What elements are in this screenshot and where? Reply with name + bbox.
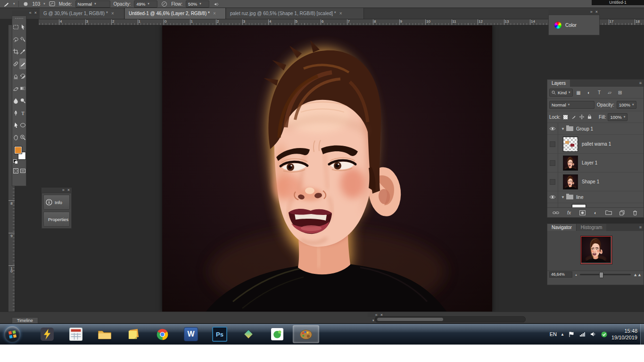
filter-adjustment-layers-icon[interactable]: ◐ xyxy=(585,89,594,97)
tool-history-brush[interactable] xyxy=(19,71,26,82)
tool-brush-selected[interactable] xyxy=(19,58,26,69)
filter-type-layers-icon[interactable]: T xyxy=(595,89,604,97)
brush-panel-toggle-icon[interactable] xyxy=(49,1,56,7)
foreground-color-swatch[interactable] xyxy=(14,146,22,154)
visibility-empty-well[interactable] xyxy=(547,135,558,153)
close-panel-icon[interactable]: × xyxy=(595,9,598,15)
layer-name[interactable]: pallet warna 1 xyxy=(582,141,611,147)
panel-menu-icon[interactable]: ≡ xyxy=(639,80,642,87)
zoom-in-mountain-icon[interactable]: ▲▲ xyxy=(633,272,642,277)
layer-row-group-line[interactable]: ▼ line xyxy=(547,191,644,203)
action-center-flag-icon[interactable] xyxy=(568,331,575,338)
close-panel-icon[interactable]: × xyxy=(34,10,37,16)
layer-name[interactable]: line xyxy=(576,195,584,200)
layer-opacity-dropdown[interactable]: 100% xyxy=(617,101,636,109)
disclosure-triangle-icon[interactable]: ▼ xyxy=(561,127,565,131)
navigator-proxy-preview[interactable] xyxy=(581,236,612,264)
brush-tip-icon[interactable] xyxy=(22,1,29,7)
tool-clone-stamp[interactable] xyxy=(12,71,19,82)
screen-mode-icon[interactable] xyxy=(19,165,26,176)
scrollbar-thumb[interactable] xyxy=(377,318,443,321)
document-tab-2-active[interactable]: Untitled-1 @ 46,6% (Layer 2, RGB/8) *× xyxy=(125,8,226,19)
tool-eraser[interactable] xyxy=(12,83,19,94)
layer-row-layer-1[interactable]: Layer 1 xyxy=(547,154,644,173)
canvas-area[interactable] xyxy=(162,25,492,312)
tool-spot-healing-brush[interactable] xyxy=(12,58,19,69)
visibility-empty-well[interactable] xyxy=(547,154,558,172)
tool-path-selection[interactable] xyxy=(12,120,19,131)
tool-rectangular-marquee[interactable] xyxy=(12,22,19,33)
tab-layers[interactable]: Layers xyxy=(547,80,570,87)
layer-name[interactable]: Shape 1 xyxy=(582,179,599,184)
new-group-icon[interactable] xyxy=(605,209,612,216)
layer-thumbnail[interactable] xyxy=(563,137,578,152)
language-indicator[interactable]: EN xyxy=(550,331,557,337)
blend-mode-dropdown[interactable]: Normal xyxy=(549,101,594,109)
tool-pen[interactable] xyxy=(12,107,19,118)
panel-menu-icon[interactable]: ≡ xyxy=(639,224,642,231)
link-layers-icon[interactable] xyxy=(552,209,560,216)
lock-all-icon[interactable] xyxy=(586,114,593,120)
delete-layer-trash-icon[interactable] xyxy=(631,209,639,216)
sticky-notes-icon[interactable] xyxy=(120,325,147,343)
zoom-slider-handle[interactable] xyxy=(599,272,603,278)
layer-style-fx-icon[interactable]: fx xyxy=(565,209,573,216)
add-layer-mask-icon[interactable] xyxy=(578,209,586,216)
panel-grip[interactable] xyxy=(15,17,23,20)
chrome-icon[interactable] xyxy=(149,325,175,343)
layer-row-shape-1[interactable]: Shape 1 xyxy=(547,173,644,191)
tab-histogram[interactable]: Histogram xyxy=(576,224,607,231)
lock-position-icon[interactable] xyxy=(578,114,585,120)
diamond-app-icon[interactable] xyxy=(235,325,262,343)
tool-horizontal-type[interactable]: T xyxy=(19,107,26,118)
layer-name[interactable]: Layer 1 xyxy=(582,160,597,165)
tool-move[interactable] xyxy=(19,22,26,33)
tool-ellipse[interactable] xyxy=(19,120,26,131)
calculator-icon[interactable] xyxy=(63,325,89,343)
filter-smart-objects-icon[interactable]: ⊞ xyxy=(616,89,625,97)
layer-row-group-1[interactable]: ▼ Group 1 xyxy=(547,123,644,135)
lock-pixels-icon[interactable] xyxy=(570,114,577,120)
close-panel-icon[interactable]: × xyxy=(67,188,70,193)
navigator-zoom-slider[interactable] xyxy=(580,274,631,275)
filter-pixel-layers-icon[interactable]: ▦ xyxy=(574,89,583,97)
visibility-empty-well[interactable] xyxy=(547,173,558,191)
layer-thumbnail[interactable] xyxy=(563,156,578,171)
tool-dodge[interactable] xyxy=(19,95,26,106)
volume-icon[interactable] xyxy=(590,331,597,338)
current-tool-brush-icon[interactable] xyxy=(3,1,10,7)
canvas-artwork-portrait[interactable] xyxy=(162,25,492,312)
network-icon[interactable] xyxy=(579,331,586,338)
layer-fill-dropdown[interactable]: 100% xyxy=(608,113,627,121)
layer-thumbnail[interactable] xyxy=(563,174,578,189)
tool-hand[interactable] xyxy=(12,132,19,143)
visibility-eye-icon[interactable] xyxy=(547,191,558,203)
taskbar-clock[interactable]: 15:48 19/10/2019 xyxy=(611,328,637,341)
document-tab-3[interactable]: palet ruz.jpg @ 60,5% (Shape 1, RGB/8) [… xyxy=(226,8,364,19)
show-desktop-button[interactable] xyxy=(640,324,644,345)
tool-gradient[interactable] xyxy=(19,83,26,94)
tool-blur[interactable] xyxy=(12,95,19,106)
tool-eyedropper[interactable] xyxy=(19,46,26,57)
disclosure-triangle-icon[interactable]: ▼ xyxy=(561,195,565,199)
properties-panel-button[interactable]: Properties xyxy=(43,212,70,227)
word-icon[interactable]: W xyxy=(178,325,204,343)
start-button[interactable] xyxy=(4,326,20,342)
paint-palette-app-icon[interactable] xyxy=(293,325,319,343)
tool-preset-caret[interactable]: ▾ xyxy=(13,2,15,6)
close-tab-icon[interactable]: × xyxy=(213,11,216,16)
document-tab-1[interactable]: G @ 30,9% (Layer 1, RGB/8) *× xyxy=(40,8,124,19)
pressure-opacity-icon[interactable] xyxy=(161,1,168,7)
quick-mask-mode-icon[interactable] xyxy=(12,165,19,176)
lock-transparency-icon[interactable] xyxy=(562,114,569,120)
flow-dropdown[interactable]: 50% xyxy=(186,0,209,8)
tab-timeline[interactable]: Timeline xyxy=(12,317,38,324)
navigator-zoom-value[interactable]: 46,64% xyxy=(549,272,572,278)
hidden-icons-arrow[interactable]: ▲ xyxy=(561,332,564,337)
photoshop-taskbar-icon[interactable]: Ps xyxy=(206,325,233,343)
horizontal-scrollbar[interactable] xyxy=(375,316,526,322)
layer-row-pallet-warna[interactable]: pallet warna 1 xyxy=(547,135,644,154)
default-colors-icon[interactable] xyxy=(13,159,17,163)
close-tab-icon[interactable]: × xyxy=(339,11,342,16)
expand-panel-icon[interactable]: » xyxy=(590,9,593,15)
